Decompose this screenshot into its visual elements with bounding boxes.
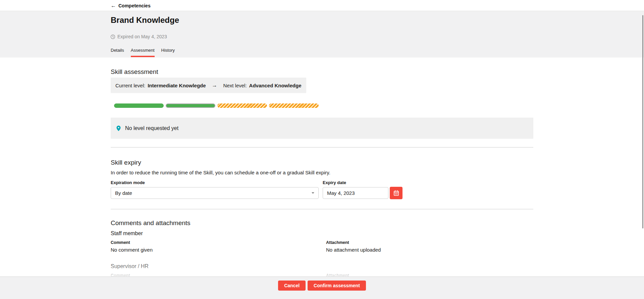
section-divider — [111, 209, 533, 209]
comments-attachments-heading: Comments and attachments — [111, 219, 191, 227]
location-pin-icon — [115, 125, 122, 132]
page-header: Brand Knowledge Expired on May 4, 2023 D… — [0, 11, 644, 57]
expiry-date-label: Expiry date — [323, 180, 346, 185]
cancel-button[interactable]: Cancel — [278, 281, 306, 291]
level-progress-bars — [114, 103, 319, 108]
tab-bar: Details Assessment History — [111, 46, 175, 57]
tab-assessment[interactable]: Assessment — [131, 46, 155, 57]
current-level-value: Intermediate Knowlegde — [148, 83, 206, 88]
level-arrow-icon: → — [212, 82, 217, 88]
open-datepicker-button[interactable] — [390, 187, 402, 199]
staff-comment-label: Comment — [111, 240, 130, 245]
tab-history[interactable]: History — [161, 46, 175, 57]
expiration-mode-select[interactable]: By date — [111, 187, 319, 199]
staff-member-heading: Staff member — [111, 230, 143, 237]
skill-expiry-description: In order to reduce the running time of t… — [111, 170, 330, 175]
content-fade-overlay — [0, 259, 644, 276]
level-bar-3-pending — [217, 103, 267, 108]
no-level-requested-box: No level requested yet — [111, 118, 533, 139]
top-bar: ← Competencies — [0, 0, 644, 11]
expiration-mode-value: By date — [115, 190, 132, 196]
level-bar-1-achieved — [114, 103, 164, 108]
skill-assessment-heading: Skill assessment — [111, 68, 158, 76]
expiry-status-text: Expired on May 4, 2023 — [117, 34, 167, 39]
chevron-down-icon — [312, 192, 314, 194]
expiration-mode-label: Expiration mode — [111, 180, 145, 185]
next-level-value: Advanced Knowledge — [249, 83, 302, 88]
footer-action-bar: Cancel Confirm assessment — [0, 276, 644, 299]
page-title: Brand Knowledge — [111, 15, 179, 25]
current-level-box: Current level: Intermediate Knowlegde → … — [111, 78, 306, 93]
level-bar-4-pending — [269, 103, 319, 108]
vertical-scrollbar-thumb[interactable] — [642, 15, 643, 228]
back-link-label: Competencies — [118, 3, 151, 8]
staff-attachment-label: Attachment — [326, 240, 349, 245]
confirm-assessment-button[interactable]: Confirm assessment — [308, 281, 366, 291]
clock-icon — [110, 34, 115, 39]
expiry-status: Expired on May 4, 2023 — [110, 34, 167, 39]
level-bar-2-current — [166, 103, 215, 108]
main-content: Skill assessment Current level: Intermed… — [0, 57, 644, 299]
back-arrow-icon: ← — [111, 3, 116, 8]
next-level-label: Next level: — [223, 83, 247, 88]
staff-attachment-value: No attachment uploaded — [326, 247, 381, 253]
supervisor-hr-heading: Supervisor / HR — [111, 263, 149, 269]
section-divider — [111, 147, 533, 147]
tab-details[interactable]: Details — [111, 46, 124, 57]
back-to-competencies-link[interactable]: ← Competencies — [111, 0, 151, 11]
calendar-icon — [393, 190, 399, 196]
current-level-label: Current level: — [115, 83, 145, 88]
skill-expiry-heading: Skill expiry — [111, 159, 141, 166]
no-level-requested-text: No level requested yet — [125, 125, 178, 131]
staff-comment-value: No comment given — [111, 247, 153, 253]
expiry-date-input[interactable] — [323, 187, 388, 199]
